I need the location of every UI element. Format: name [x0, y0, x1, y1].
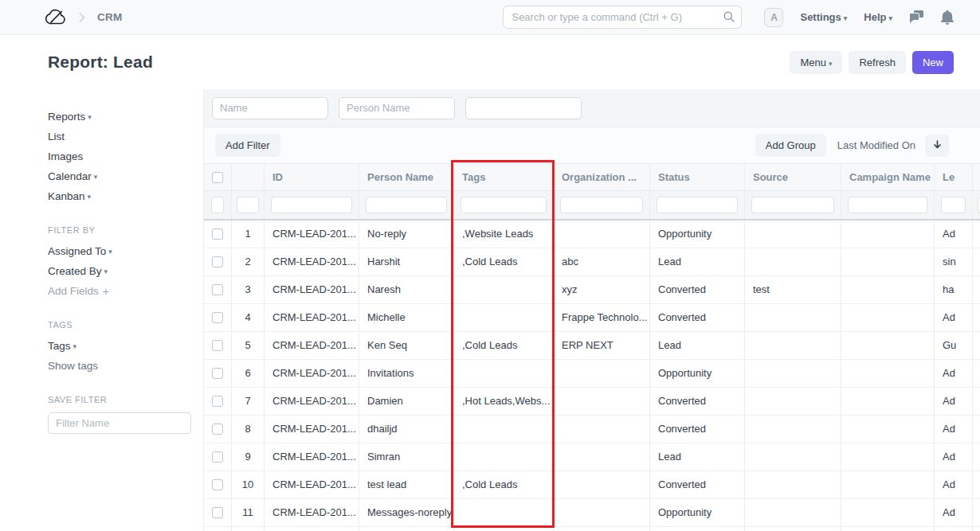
cell-id-link[interactable]: CRM-LEAD-201... — [265, 388, 359, 415]
row-checkbox[interactable] — [212, 451, 223, 463]
table-row: 5CRM-LEAD-201...Ken Seq,Cold LeadsERP NE… — [204, 332, 980, 360]
column-filter-input[interactable] — [941, 197, 966, 213]
cell-id-link[interactable]: CRM-LEAD-201... — [265, 221, 359, 248]
cell-source — [745, 221, 841, 248]
menu-button[interactable]: Menu▾ — [790, 51, 842, 74]
row-checkbox[interactable] — [212, 228, 223, 240]
row-checkbox[interactable] — [212, 396, 223, 407]
cell-id-link[interactable]: CRM-LEAD-201... — [265, 499, 359, 526]
chevron-down-icon: ▾ — [844, 14, 848, 22]
row-checkbox[interactable] — [212, 424, 223, 435]
chevron-down-icon: ▾ — [888, 14, 892, 22]
crm-report-page: CRM A Settings▾ Help▾ — [0, 0, 980, 531]
cell-source — [745, 388, 841, 415]
column-header-campaign-name[interactable]: Campaign Name — [841, 164, 935, 190]
cell-id-link[interactable]: CRM-LEAD-201... — [265, 248, 359, 275]
row-checkbox[interactable] — [212, 256, 223, 267]
column-header-organization[interactable]: Organization ... — [554, 164, 650, 190]
column-filter-input[interactable] — [237, 197, 259, 213]
quick-filter-person-name-input[interactable] — [339, 97, 455, 119]
filter-name-input[interactable] — [48, 412, 191, 434]
column-header-id[interactable]: ID — [265, 164, 359, 190]
sidebar-item-reports[interactable]: Reports▾ — [48, 107, 203, 127]
column-filter-input[interactable] — [461, 197, 547, 213]
cell-status: Converted — [650, 471, 745, 498]
cell-id-link[interactable]: CRM-LEAD-201... — [265, 416, 359, 443]
sort-field-label[interactable]: Last Modified On — [837, 139, 915, 151]
frappe-cloud-logo-icon[interactable] — [45, 8, 67, 26]
cell-status: Lead — [650, 332, 745, 359]
row-checkbox[interactable] — [212, 284, 223, 295]
cell-source — [745, 248, 841, 275]
page-title: Report: Lead — [48, 53, 153, 72]
cell-id-link[interactable]: CRM-LEAD-201... — [265, 276, 359, 303]
chevron-down-icon: ▾ — [104, 267, 108, 275]
quick-filter-empty-input[interactable] — [465, 97, 582, 119]
column-filter-input[interactable] — [271, 197, 352, 213]
column-header-tags[interactable]: Tags — [454, 164, 554, 190]
chevron-down-icon: ▾ — [88, 193, 92, 201]
column-filter-input[interactable] — [848, 197, 927, 213]
assigned-to-filter[interactable]: Assigned To▾ — [48, 241, 203, 261]
column-filter-input[interactable] — [751, 197, 834, 213]
add-filter-button[interactable]: Add Filter — [215, 134, 280, 157]
table-row: 10CRM-LEAD-201...test lead,Cold LeadsCon… — [204, 471, 980, 499]
chat-icon[interactable] — [909, 10, 924, 24]
cell-person-name: Simran — [359, 443, 454, 470]
refresh-button[interactable]: Refresh — [849, 51, 906, 74]
filter-cell — [454, 191, 554, 219]
table-row: 11CRM-LEAD-201...Messages-noreplyOpportu… — [204, 499, 980, 527]
show-tags-button[interactable]: Show tags — [48, 356, 203, 376]
plus-icon: + — [103, 285, 109, 298]
sort-direction-button[interactable] — [925, 135, 949, 157]
row-checkbox[interactable] — [212, 507, 223, 518]
row-checkbox[interactable] — [212, 368, 223, 379]
column-filter-input[interactable] — [211, 197, 224, 213]
help-menu[interactable]: Help▾ — [864, 11, 892, 23]
add-group-button[interactable]: Add Group — [755, 134, 826, 157]
global-search-input[interactable] — [503, 6, 742, 29]
cell-id-link[interactable]: CRM-LEAD-201... — [265, 471, 359, 498]
sidebar-item-images[interactable]: Images — [48, 146, 203, 166]
new-button[interactable]: New — [912, 51, 954, 74]
cell-tags: ,Website Leads — [454, 221, 554, 248]
cell-id-link[interactable]: CRM-LEAD-201... — [265, 443, 359, 470]
cell-id-link[interactable]: CRM-LEAD-201... — [265, 332, 359, 359]
tags-filter[interactable]: Tags▾ — [48, 336, 203, 356]
settings-menu[interactable]: Settings▾ — [800, 11, 847, 23]
row-checkbox[interactable] — [212, 312, 223, 323]
row-checkbox[interactable] — [212, 340, 223, 351]
cell-source — [745, 443, 841, 470]
row-checkbox[interactable] — [212, 479, 223, 490]
cell-status: Opportunity — [650, 221, 745, 248]
select-all-checkbox[interactable] — [212, 172, 223, 183]
column-filter-input[interactable] — [657, 197, 738, 213]
created-by-filter[interactable]: Created By▾ — [48, 261, 203, 281]
breadcrumb-app[interactable]: CRM — [97, 11, 122, 23]
quick-filter-name-input[interactable] — [212, 97, 328, 119]
cell-checkbox — [204, 471, 232, 498]
cell-checkbox — [204, 443, 232, 470]
cell-lead-owner: sin — [935, 248, 973, 275]
notifications-bell-icon[interactable] — [941, 10, 954, 25]
column-header-source[interactable]: Source — [745, 164, 841, 190]
column-header-lead-owner[interactable]: Le — [935, 164, 973, 190]
cell-id-link[interactable]: CRM-LEAD-201... — [265, 360, 359, 387]
user-avatar[interactable]: A — [764, 8, 783, 27]
sidebar-item-kanban[interactable]: Kanban▾ — [48, 186, 203, 206]
sidebar-item-list[interactable]: List — [48, 127, 203, 146]
cell-tags: ,Hot Leads,Webs... — [454, 388, 554, 415]
column-filter-input[interactable] — [560, 197, 643, 213]
table-row: 6CRM-LEAD-201...InvitationsOpportunityAd — [204, 360, 980, 388]
cell-source — [745, 471, 841, 498]
cell-tags: ,Cold Leads — [454, 332, 554, 359]
sidebar-item-calendar[interactable]: Calendar▾ — [48, 166, 203, 186]
cell-person-name: Invitations — [359, 360, 454, 387]
cell-id-link[interactable]: CRM-LEAD-201... — [265, 304, 359, 331]
column-filter-input[interactable] — [366, 197, 447, 213]
table-row: 9CRM-LEAD-201...SimranLeadAd — [204, 443, 980, 471]
column-header-status[interactable]: Status — [650, 164, 745, 190]
add-fields-button[interactable]: Add Fields+ — [48, 281, 203, 301]
cell-campaign-name — [841, 388, 935, 415]
column-header-person-name[interactable]: Person Name — [359, 164, 454, 190]
